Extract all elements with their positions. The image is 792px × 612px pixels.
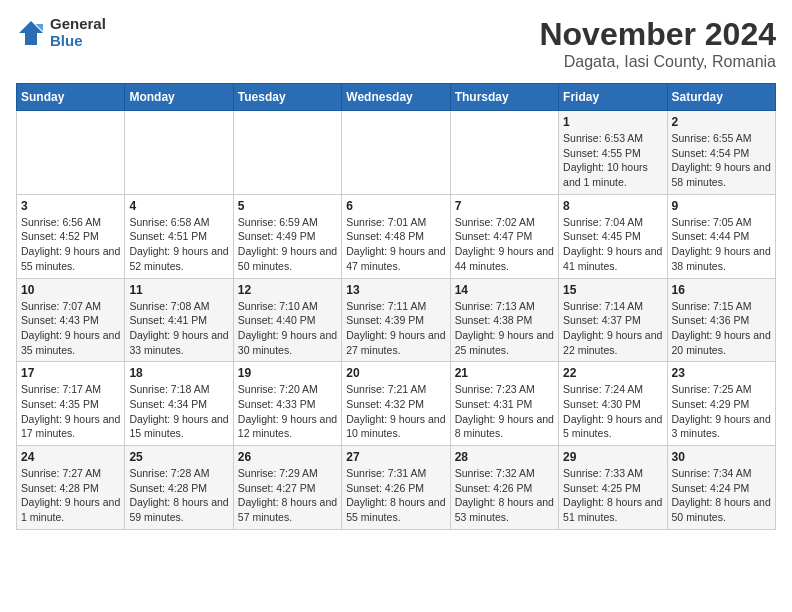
- calendar-cell: [342, 111, 450, 195]
- day-number: 7: [455, 199, 554, 213]
- calendar-cell: 14Sunrise: 7:13 AMSunset: 4:38 PMDayligh…: [450, 278, 558, 362]
- calendar-body: 1Sunrise: 6:53 AMSunset: 4:55 PMDaylight…: [17, 111, 776, 530]
- calendar-cell: [233, 111, 341, 195]
- calendar-cell: 20Sunrise: 7:21 AMSunset: 4:32 PMDayligh…: [342, 362, 450, 446]
- calendar-cell: 4Sunrise: 6:58 AMSunset: 4:51 PMDaylight…: [125, 194, 233, 278]
- day-number: 28: [455, 450, 554, 464]
- weekday-header-saturday: Saturday: [667, 84, 775, 111]
- day-number: 29: [563, 450, 662, 464]
- day-number: 8: [563, 199, 662, 213]
- calendar-week-4: 17Sunrise: 7:17 AMSunset: 4:35 PMDayligh…: [17, 362, 776, 446]
- calendar-cell: 7Sunrise: 7:02 AMSunset: 4:47 PMDaylight…: [450, 194, 558, 278]
- logo-icon: [16, 18, 46, 48]
- day-detail: Sunrise: 6:55 AMSunset: 4:54 PMDaylight:…: [672, 131, 771, 190]
- calendar-cell: 30Sunrise: 7:34 AMSunset: 4:24 PMDayligh…: [667, 446, 775, 530]
- calendar-cell: 2Sunrise: 6:55 AMSunset: 4:54 PMDaylight…: [667, 111, 775, 195]
- day-detail: Sunrise: 7:27 AMSunset: 4:28 PMDaylight:…: [21, 466, 120, 525]
- day-number: 12: [238, 283, 337, 297]
- day-detail: Sunrise: 7:01 AMSunset: 4:48 PMDaylight:…: [346, 215, 445, 274]
- calendar-cell: 3Sunrise: 6:56 AMSunset: 4:52 PMDaylight…: [17, 194, 125, 278]
- day-detail: Sunrise: 7:05 AMSunset: 4:44 PMDaylight:…: [672, 215, 771, 274]
- day-number: 14: [455, 283, 554, 297]
- weekday-header-friday: Friday: [559, 84, 667, 111]
- day-number: 21: [455, 366, 554, 380]
- day-number: 11: [129, 283, 228, 297]
- weekday-header-monday: Monday: [125, 84, 233, 111]
- logo-blue-text: Blue: [50, 33, 106, 50]
- day-number: 20: [346, 366, 445, 380]
- weekday-header-tuesday: Tuesday: [233, 84, 341, 111]
- logo-general-text: General: [50, 16, 106, 33]
- calendar-title: November 2024: [539, 16, 776, 53]
- day-detail: Sunrise: 7:34 AMSunset: 4:24 PMDaylight:…: [672, 466, 771, 525]
- day-detail: Sunrise: 7:11 AMSunset: 4:39 PMDaylight:…: [346, 299, 445, 358]
- calendar-cell: 26Sunrise: 7:29 AMSunset: 4:27 PMDayligh…: [233, 446, 341, 530]
- page-header: General Blue November 2024 Dagata, Iasi …: [16, 16, 776, 71]
- day-detail: Sunrise: 7:20 AMSunset: 4:33 PMDaylight:…: [238, 382, 337, 441]
- day-detail: Sunrise: 7:33 AMSunset: 4:25 PMDaylight:…: [563, 466, 662, 525]
- calendar-cell: 21Sunrise: 7:23 AMSunset: 4:31 PMDayligh…: [450, 362, 558, 446]
- day-number: 19: [238, 366, 337, 380]
- calendar-cell: 6Sunrise: 7:01 AMSunset: 4:48 PMDaylight…: [342, 194, 450, 278]
- day-number: 17: [21, 366, 120, 380]
- day-number: 25: [129, 450, 228, 464]
- day-detail: Sunrise: 7:25 AMSunset: 4:29 PMDaylight:…: [672, 382, 771, 441]
- calendar-cell: 12Sunrise: 7:10 AMSunset: 4:40 PMDayligh…: [233, 278, 341, 362]
- day-number: 10: [21, 283, 120, 297]
- calendar-cell: 19Sunrise: 7:20 AMSunset: 4:33 PMDayligh…: [233, 362, 341, 446]
- day-detail: Sunrise: 7:08 AMSunset: 4:41 PMDaylight:…: [129, 299, 228, 358]
- calendar-cell: 22Sunrise: 7:24 AMSunset: 4:30 PMDayligh…: [559, 362, 667, 446]
- day-detail: Sunrise: 7:15 AMSunset: 4:36 PMDaylight:…: [672, 299, 771, 358]
- calendar-cell: 17Sunrise: 7:17 AMSunset: 4:35 PMDayligh…: [17, 362, 125, 446]
- day-number: 4: [129, 199, 228, 213]
- calendar-cell: 27Sunrise: 7:31 AMSunset: 4:26 PMDayligh…: [342, 446, 450, 530]
- day-detail: Sunrise: 7:24 AMSunset: 4:30 PMDaylight:…: [563, 382, 662, 441]
- day-detail: Sunrise: 7:23 AMSunset: 4:31 PMDaylight:…: [455, 382, 554, 441]
- calendar-table: SundayMondayTuesdayWednesdayThursdayFrid…: [16, 83, 776, 530]
- calendar-cell: 24Sunrise: 7:27 AMSunset: 4:28 PMDayligh…: [17, 446, 125, 530]
- calendar-cell: 18Sunrise: 7:18 AMSunset: 4:34 PMDayligh…: [125, 362, 233, 446]
- calendar-cell: [125, 111, 233, 195]
- day-number: 26: [238, 450, 337, 464]
- day-detail: Sunrise: 6:56 AMSunset: 4:52 PMDaylight:…: [21, 215, 120, 274]
- day-detail: Sunrise: 7:29 AMSunset: 4:27 PMDaylight:…: [238, 466, 337, 525]
- day-number: 6: [346, 199, 445, 213]
- day-number: 24: [21, 450, 120, 464]
- day-detail: Sunrise: 7:17 AMSunset: 4:35 PMDaylight:…: [21, 382, 120, 441]
- day-detail: Sunrise: 6:58 AMSunset: 4:51 PMDaylight:…: [129, 215, 228, 274]
- day-number: 3: [21, 199, 120, 213]
- day-detail: Sunrise: 7:31 AMSunset: 4:26 PMDaylight:…: [346, 466, 445, 525]
- calendar-cell: 29Sunrise: 7:33 AMSunset: 4:25 PMDayligh…: [559, 446, 667, 530]
- calendar-cell: [17, 111, 125, 195]
- day-number: 30: [672, 450, 771, 464]
- calendar-cell: 28Sunrise: 7:32 AMSunset: 4:26 PMDayligh…: [450, 446, 558, 530]
- calendar-cell: 10Sunrise: 7:07 AMSunset: 4:43 PMDayligh…: [17, 278, 125, 362]
- day-detail: Sunrise: 7:07 AMSunset: 4:43 PMDaylight:…: [21, 299, 120, 358]
- weekday-header-thursday: Thursday: [450, 84, 558, 111]
- logo: General Blue: [16, 16, 106, 49]
- day-number: 23: [672, 366, 771, 380]
- calendar-cell: 15Sunrise: 7:14 AMSunset: 4:37 PMDayligh…: [559, 278, 667, 362]
- calendar-cell: 8Sunrise: 7:04 AMSunset: 4:45 PMDaylight…: [559, 194, 667, 278]
- day-detail: Sunrise: 7:18 AMSunset: 4:34 PMDaylight:…: [129, 382, 228, 441]
- day-number: 27: [346, 450, 445, 464]
- calendar-week-2: 3Sunrise: 6:56 AMSunset: 4:52 PMDaylight…: [17, 194, 776, 278]
- calendar-cell: 5Sunrise: 6:59 AMSunset: 4:49 PMDaylight…: [233, 194, 341, 278]
- day-number: 5: [238, 199, 337, 213]
- day-number: 9: [672, 199, 771, 213]
- day-number: 16: [672, 283, 771, 297]
- calendar-cell: 16Sunrise: 7:15 AMSunset: 4:36 PMDayligh…: [667, 278, 775, 362]
- calendar-subtitle: Dagata, Iasi County, Romania: [539, 53, 776, 71]
- calendar-header: SundayMondayTuesdayWednesdayThursdayFrid…: [17, 84, 776, 111]
- day-number: 2: [672, 115, 771, 129]
- day-detail: Sunrise: 7:02 AMSunset: 4:47 PMDaylight:…: [455, 215, 554, 274]
- day-detail: Sunrise: 7:04 AMSunset: 4:45 PMDaylight:…: [563, 215, 662, 274]
- day-number: 18: [129, 366, 228, 380]
- weekday-header-sunday: Sunday: [17, 84, 125, 111]
- day-detail: Sunrise: 6:53 AMSunset: 4:55 PMDaylight:…: [563, 131, 662, 190]
- day-detail: Sunrise: 7:13 AMSunset: 4:38 PMDaylight:…: [455, 299, 554, 358]
- calendar-cell: 25Sunrise: 7:28 AMSunset: 4:28 PMDayligh…: [125, 446, 233, 530]
- calendar-cell: 9Sunrise: 7:05 AMSunset: 4:44 PMDaylight…: [667, 194, 775, 278]
- weekday-header-row: SundayMondayTuesdayWednesdayThursdayFrid…: [17, 84, 776, 111]
- day-number: 15: [563, 283, 662, 297]
